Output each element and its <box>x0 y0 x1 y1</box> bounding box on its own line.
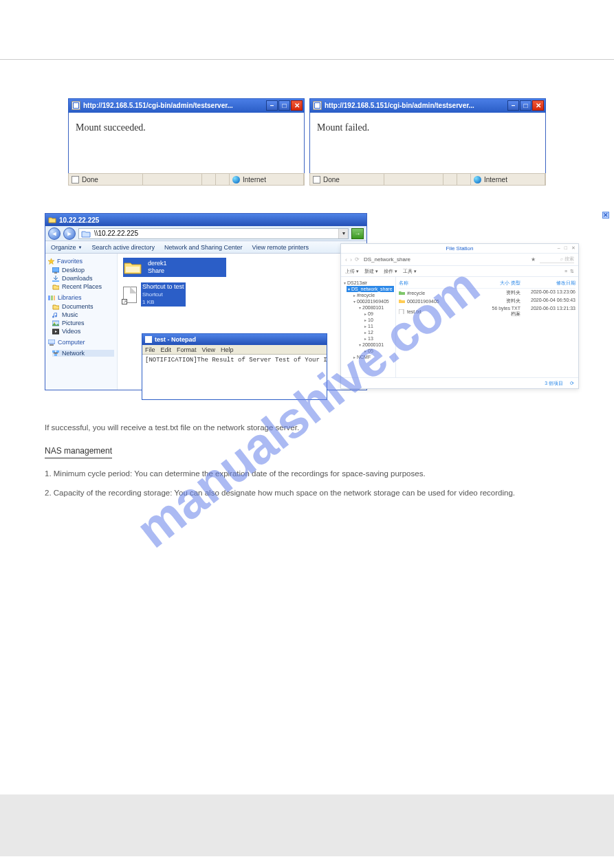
minimize-button[interactable]: – <box>507 100 519 111</box>
menu-file[interactable]: File <box>145 346 155 353</box>
ie-statusbar: Done Internet <box>309 173 546 186</box>
txt-file-icon <box>399 309 405 314</box>
fs-max-icon[interactable]: □ <box>564 245 567 251</box>
fs-row[interactable]: test.txt 56 bytes TXT 档案 2020-06-03 13:2… <box>399 305 575 318</box>
fs-tree-recycle[interactable]: ▸#recycle <box>352 292 394 298</box>
fs-columns[interactable]: 名称 大小 类型 修改日期 <box>399 278 575 289</box>
fs-tree-date1[interactable]: ▾20080101 <box>358 304 394 311</box>
tree-documents[interactable]: Documents <box>52 303 114 310</box>
svg-rect-3 <box>52 280 59 282</box>
star-icon <box>48 258 54 265</box>
fs-view-list-icon[interactable]: ≡ <box>564 269 567 274</box>
svg-marker-0 <box>48 258 54 265</box>
menu-view[interactable]: View <box>202 346 215 353</box>
fs-row[interactable]: 000201969405 资料夹 2020-06-04 06:50:43 <box>399 297 575 305</box>
desktop-icon <box>52 267 59 274</box>
menu-format[interactable]: Format <box>177 346 197 353</box>
address-dropdown[interactable]: ▾ <box>338 229 348 238</box>
ie-popups-row: http://192.168.5.151/cgi-bin/admin/tests… <box>68 98 546 186</box>
folder-icon <box>399 291 405 296</box>
fs-min-icon[interactable]: – <box>558 245 560 251</box>
body-text: If successful, you will receive a test.t… <box>45 422 546 499</box>
minimize-button[interactable]: – <box>266 100 278 111</box>
menu-help[interactable]: Help <box>221 346 234 353</box>
notepad-icon <box>145 336 152 343</box>
toolbar-network-center[interactable]: Network and Sharing Center <box>164 244 243 251</box>
notepad-titlebar[interactable]: test - Notepad <box>142 334 327 345</box>
ie-page-icon <box>313 101 322 110</box>
back-button[interactable]: ◄ <box>48 227 61 240</box>
tile-folder-derek1[interactable]: derek1Share <box>123 258 226 277</box>
fs-titlebar[interactable]: File Station – □ ✕ <box>341 244 578 254</box>
toolbar-view-printers[interactable]: View remote printers <box>252 244 309 251</box>
fs-search[interactable]: ⌕ 搜索 <box>540 256 574 263</box>
svg-rect-14 <box>56 350 59 353</box>
fs-tree-leaf[interactable]: ▸12 <box>363 329 394 335</box>
explorer-close-x[interactable]: ✕ <box>602 212 609 219</box>
forward-button[interactable]: ► <box>63 227 76 240</box>
fs-tb-tools[interactable]: 工具 ▾ <box>403 268 417 275</box>
ie-popup-failed: http://192.168.5.151/cgi-bin/admin/tests… <box>309 98 546 186</box>
fs-reload-icon[interactable]: ⟳ <box>355 256 360 263</box>
page-content: http://192.168.5.151/cgi-bin/admin/tests… <box>0 60 614 794</box>
close-button[interactable]: ✕ <box>291 100 303 111</box>
menu-edit[interactable]: Edit <box>161 346 172 353</box>
fs-tree-leaf[interactable]: ▸13 <box>363 335 394 342</box>
fs-tb-action[interactable]: 操作 ▾ <box>384 268 397 275</box>
tree-recent[interactable]: Recent Places <box>52 283 114 290</box>
ie-titlebar[interactable]: http://192.168.5.151/cgi-bin/admin/tests… <box>68 98 305 113</box>
fs-fwd-icon[interactable]: › <box>350 256 352 263</box>
fs-back-icon[interactable]: ‹ <box>345 256 347 263</box>
header-whitespace <box>0 0 614 52</box>
ie-titlebar[interactable]: http://192.168.5.151/cgi-bin/admin/tests… <box>309 98 546 113</box>
fs-tree-ncmf[interactable]: ▸NCMF <box>352 354 394 360</box>
internet-globe-icon <box>474 176 481 183</box>
fs-breadcrumb[interactable]: DS_network_share <box>364 256 410 263</box>
tree-videos[interactable]: Videos <box>52 328 114 335</box>
tree-pictures[interactable]: Pictures <box>52 320 114 326</box>
maximize-button[interactable]: □ <box>278 100 290 111</box>
tile-shortcut-test[interactable]: ↗ Shortcut to testShortcut1 KB <box>123 282 186 307</box>
tree-computer[interactable]: Computer <box>48 339 114 346</box>
fs-tree-date2[interactable]: ▾20000101 <box>358 342 394 348</box>
fs-tree-root[interactable]: ▾DS213air <box>342 280 394 286</box>
libraries-icon <box>48 295 55 301</box>
tree-libraries-header[interactable]: Libraries <box>48 294 114 301</box>
tree-desktop[interactable]: Desktop <box>52 267 114 274</box>
fs-navbar: ‹ › ⟳ DS_network_share ★ ⌕ 搜索 <box>341 254 578 266</box>
tree-music[interactable]: Music <box>52 311 114 318</box>
address-bar[interactable]: ▾ <box>78 228 349 239</box>
svg-rect-17 <box>399 309 404 314</box>
fs-tb-new[interactable]: 新建 ▾ <box>364 268 378 275</box>
fs-tb-upload[interactable]: 上传 ▾ <box>345 268 359 275</box>
fs-reload-icon[interactable]: ⟳ <box>570 381 574 386</box>
close-button[interactable]: ✕ <box>532 100 544 111</box>
go-button[interactable]: → <box>351 228 364 239</box>
fs-tree-leaf[interactable]: ▸05 <box>363 348 394 354</box>
fs-close-icon[interactable]: ✕ <box>571 245 575 251</box>
folder-icon <box>48 216 56 223</box>
status-zone: Internet <box>484 176 507 183</box>
notepad-body[interactable]: [NOTIFICATION]The Result of Server Test … <box>142 355 327 399</box>
fs-tree-share[interactable]: ▾DS_network_share <box>347 286 394 292</box>
recent-icon <box>52 284 59 290</box>
fs-tree-leaf[interactable]: ▸11 <box>363 323 394 329</box>
fs-tree-device[interactable]: ▾000201969405 <box>352 298 394 304</box>
tree-favorites-header[interactable]: Favorites <box>48 258 114 265</box>
fs-tree-leaf[interactable]: ▸09 <box>363 311 394 317</box>
maximize-button[interactable]: □ <box>520 100 531 111</box>
fs-row[interactable]: #recycle 资料夹 2020-06-03 13:23:06 <box>399 289 575 297</box>
tree-downloads[interactable]: Downloads <box>52 275 114 282</box>
tree-network[interactable]: Network <box>52 350 114 357</box>
para-min-cycle: 1. Minimum cycle period: You can determi… <box>45 468 546 480</box>
fs-tree-leaf[interactable]: ▸10 <box>363 317 394 323</box>
explorer-title: 10.22.22.225 <box>59 216 99 224</box>
shortcut-overlay-icon: ↗ <box>122 299 127 304</box>
toolbar-search-ad[interactable]: Search active directory <box>91 244 155 251</box>
toolbar-organize[interactable]: Organize▼ <box>51 244 82 251</box>
status-done: Done <box>82 176 98 183</box>
fs-col-date: 修改日期 <box>520 280 575 287</box>
address-input[interactable] <box>93 230 338 237</box>
fs-view-sort-icon[interactable]: ⇅ <box>570 269 574 274</box>
explorer-titlebar[interactable]: 10.22.22.225 <box>45 214 366 226</box>
